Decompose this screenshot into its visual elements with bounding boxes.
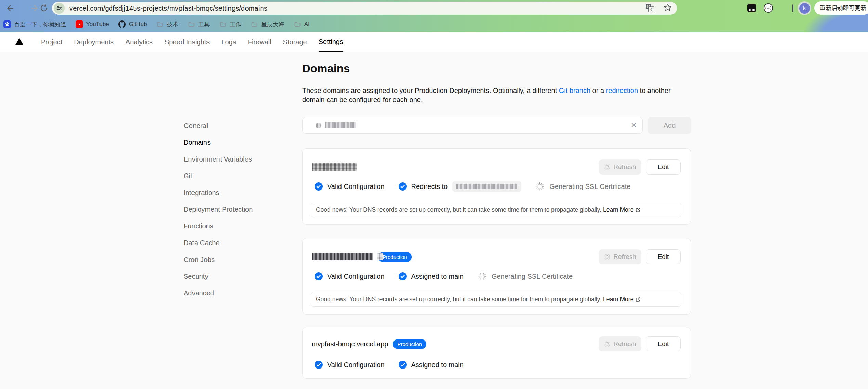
sidebar-item-security[interactable]: Security: [184, 268, 253, 285]
extension-domino-icon[interactable]: [747, 4, 756, 12]
sidebar-item-git[interactable]: Git: [184, 168, 253, 184]
refresh-button[interactable]: Refresh: [599, 159, 641, 175]
bookmark-folder-sea-of-stars[interactable]: 星辰大海: [251, 20, 284, 28]
tab-project[interactable]: Project: [41, 32, 62, 52]
bookmark-label: 工具: [198, 20, 210, 28]
check-icon: [314, 272, 323, 281]
external-link-icon: [636, 297, 641, 302]
status-assigned-to-main: Assigned to main: [398, 360, 464, 369]
add-domain-input[interactable]: ✕: [302, 117, 643, 134]
domain-card: mvpfast-bmqc.vercel.app Production Refre…: [302, 327, 691, 379]
bookmark-star-icon[interactable]: [663, 3, 672, 13]
bookmark-folder-work[interactable]: 工作: [219, 20, 241, 28]
folder-icon: [294, 20, 301, 28]
spinner-icon: [604, 164, 610, 170]
address-bar[interactable]: vercel.com/gdfsdjj145s-projects/mvpfast-…: [52, 2, 677, 15]
edit-button[interactable]: Edit: [646, 159, 681, 175]
edit-button[interactable]: Edit: [646, 336, 681, 351]
sidebar-item-functions[interactable]: Functions: [184, 218, 253, 235]
avatar-initial: k: [799, 3, 810, 14]
check-icon: [314, 360, 323, 369]
status-valid-configuration: Valid Configuration: [314, 182, 385, 191]
redacted-input-text: [325, 122, 356, 128]
tab-speed-insights[interactable]: Speed Insights: [164, 32, 210, 52]
extension-braces-icon[interactable]: (⋯): [764, 3, 773, 13]
chrome-update-chip[interactable]: 重新启动即可更新 ⋮: [814, 1, 868, 15]
clear-input-icon[interactable]: ✕: [631, 122, 637, 129]
youtube-icon: [76, 20, 83, 28]
bookmark-youtube[interactable]: YouTube: [76, 20, 109, 28]
url-text[interactable]: vercel.com/gdfsdjj145s-projects/mvpfast-…: [69, 4, 267, 12]
bookmark-label: YouTube: [86, 21, 109, 28]
update-chip-label: 重新启动即可更新: [820, 4, 866, 12]
sidebar-item-advanced[interactable]: Advanced: [184, 285, 253, 302]
site-settings-icon[interactable]: [54, 3, 65, 14]
edit-button[interactable]: Edit: [646, 249, 681, 264]
tab-deployments[interactable]: Deployments: [74, 32, 114, 52]
spinner-icon: [535, 182, 545, 191]
toolbar-separator: [792, 4, 793, 12]
vercel-logo-icon[interactable]: [15, 38, 24, 47]
vercel-top-nav: Project Deployments Analytics Speed Insi…: [0, 32, 868, 52]
baidu-icon: [3, 20, 11, 28]
status-valid-configuration: Valid Configuration: [314, 272, 385, 281]
tab-logs[interactable]: Logs: [221, 32, 236, 52]
bookmark-label: 星辰大海: [261, 20, 284, 28]
spinner-icon: [477, 272, 487, 281]
tab-settings[interactable]: Settings: [319, 32, 343, 52]
bookmark-label: 技术: [167, 20, 178, 28]
page-title: Domains: [302, 62, 350, 75]
translate-icon[interactable]: G 文: [645, 4, 654, 13]
redacted-input-text: [316, 123, 321, 128]
bookmark-baidu[interactable]: 百度一下，你就知道: [3, 20, 66, 28]
status-redirects-to: Redirects to: [398, 181, 522, 192]
browser-toolbar: vercel.com/gdfsdjj145s-projects/mvpfast-…: [0, 0, 868, 16]
sidebar-item-integrations[interactable]: Integrations: [184, 184, 253, 201]
refresh-button[interactable]: Refresh: [599, 336, 641, 351]
check-icon: [398, 182, 407, 191]
check-icon: [398, 360, 407, 369]
status-valid-configuration: Valid Configuration: [314, 360, 385, 369]
back-icon[interactable]: [4, 0, 16, 16]
redirection-link[interactable]: redirection: [606, 87, 638, 94]
sidebar-item-environment-variables[interactable]: Environment Variables: [184, 151, 253, 168]
bookmark-folder-tech[interactable]: 技术: [156, 20, 178, 28]
spinner-icon: [604, 341, 610, 347]
tab-storage[interactable]: Storage: [283, 32, 307, 52]
git-branch-link[interactable]: Git branch: [559, 87, 590, 94]
tab-analytics[interactable]: Analytics: [125, 32, 153, 52]
learn-more-link[interactable]: Learn More: [603, 296, 641, 303]
github-icon: [118, 20, 126, 28]
domain-card: Refresh Edit Valid Configuration Redirec…: [302, 148, 691, 225]
bookmark-github[interactable]: GitHub: [118, 20, 147, 28]
sidebar-item-general[interactable]: General: [184, 117, 253, 134]
reload-icon[interactable]: [38, 0, 50, 16]
refresh-button[interactable]: Refresh: [599, 249, 641, 264]
dns-propagation-notice: Good news! Your DNS records are set up c…: [311, 203, 681, 217]
description-text: or a: [590, 87, 606, 94]
svg-text:文: 文: [650, 8, 653, 12]
domain-name: mvpfast-bmqc.vercel.app: [312, 340, 388, 348]
sidebar-item-cron-jobs[interactable]: Cron Jobs: [184, 251, 253, 268]
bookmark-folder-ai[interactable]: AI: [294, 20, 310, 28]
spinner-icon: [604, 254, 610, 260]
description-text: These domains are assigned to your Produ…: [302, 87, 559, 94]
settings-page: General Domains Environment Variables Gi…: [0, 52, 868, 389]
add-domain-button[interactable]: Add: [648, 117, 691, 134]
learn-more-link[interactable]: Learn More: [603, 206, 641, 213]
tab-firewall[interactable]: Firewall: [248, 32, 271, 52]
bookmark-label: GitHub: [129, 21, 147, 28]
bookmark-folder-tools[interactable]: 工具: [188, 20, 210, 28]
dns-propagation-notice: Good news! Your DNS records are set up c…: [311, 292, 681, 307]
sidebar-item-deployment-protection[interactable]: Deployment Protection: [184, 201, 253, 218]
sidebar-item-domains[interactable]: Domains: [184, 134, 253, 151]
bookmark-label: AI: [304, 21, 310, 28]
folder-icon: [156, 20, 164, 28]
sidebar-item-data-cache[interactable]: Data Cache: [184, 235, 253, 251]
nav-tabs: Project Deployments Analytics Speed Insi…: [41, 32, 343, 52]
folder-icon: [188, 20, 195, 28]
folder-icon: [219, 20, 227, 28]
profile-avatar[interactable]: k: [798, 1, 811, 15]
notice-text: Good news! Your DNS records are set up c…: [316, 296, 601, 303]
production-badge: Production: [378, 252, 412, 262]
